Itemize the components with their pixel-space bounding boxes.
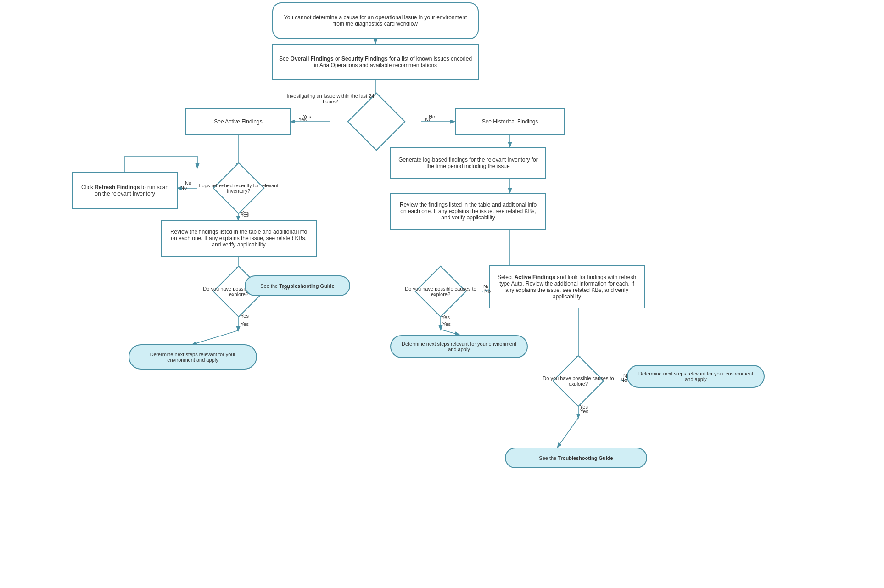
generate-log-node: Generate log-based findings for the rele… [390, 147, 546, 179]
yes-causes-hist-label: Yes [442, 321, 451, 327]
troubleshooting-left-node: See the Troubleshooting Guide [245, 275, 350, 296]
active-findings-text: See Active Findings [214, 118, 262, 125]
possible-causes-right-text: Do you have possible causes to explore? [537, 375, 620, 386]
start-text: You cannot determine a cause for an oper… [279, 14, 472, 27]
determine-left-text: Determine next steps relevant for your e… [137, 352, 249, 363]
active-findings-node: See Active Findings [185, 108, 291, 135]
overall-findings-node: See Overall Findings or Security Finding… [272, 44, 479, 80]
no-label-investigating: No [425, 117, 431, 122]
yes-label-logs: Yes [241, 210, 249, 216]
click-refresh-node: Click Refresh Findings to run scan on th… [72, 172, 178, 209]
determine-hist-node: Determine next steps relevant for your e… [390, 335, 528, 358]
no-label-causes-hist: No [484, 288, 491, 294]
no-label-logs: No [180, 185, 187, 190]
determine-hist-text: Determine next steps relevant for your e… [398, 341, 520, 352]
no-label-causes-left: No [282, 286, 289, 291]
troubleshooting-right-text: See the Troubleshooting Guide [539, 455, 613, 461]
review-active-text: Review the findings listed in the table … [167, 229, 310, 248]
possible-causes-right-diamond: Do you have possible causes to explore? [537, 360, 620, 402]
select-active-text: Select Active Findings and look for find… [495, 274, 638, 300]
logs-refreshed-diamond: Logs refreshed recently for relevant inv… [197, 168, 280, 209]
svg-line-20 [558, 418, 578, 447]
yes-label-causes-hist: Yes [442, 314, 450, 320]
determine-left-node: Determine next steps relevant for your e… [129, 344, 257, 370]
generate-log-text: Generate log-based findings for the rele… [397, 157, 540, 169]
logs-refreshed-text: Logs refreshed recently for relevant inv… [197, 183, 280, 194]
determine-right-node: Determine next steps relevant for your e… [627, 365, 765, 388]
no-label-causes-right: No [621, 377, 627, 383]
historical-findings-node: See Historical Findings [455, 108, 565, 135]
svg-line-10 [193, 330, 238, 344]
overall-findings-text: See Overall Findings or Security Finding… [279, 56, 472, 68]
yes-label-causes-left: Yes [241, 313, 249, 319]
review-historical-text: Review the findings listed in the table … [397, 202, 540, 221]
troubleshooting-right-node: See the Troubleshooting Guide [505, 448, 647, 468]
click-refresh-text: Click Refresh Findings to run scan on th… [78, 184, 171, 197]
determine-right-text: Determine next steps relevant for your e… [635, 371, 756, 382]
possible-causes-hist-text: Do you have possible causes to explore? [399, 286, 482, 297]
historical-findings-text: See Historical Findings [482, 118, 538, 125]
review-historical-node: Review the findings listed in the table … [390, 193, 546, 230]
investigating-text: Investigating an issue within the last 2… [285, 93, 376, 104]
yes-causes-left-label: Yes [241, 321, 249, 327]
select-active-node: Select Active Findings and look for find… [489, 265, 645, 308]
yes-label-investigating: Yes [298, 117, 307, 122]
investigating-diamond: Investigating an issue within the last 2… [330, 99, 422, 145]
start-node: You cannot determine a cause for an oper… [272, 2, 479, 39]
possible-causes-hist-diamond: Do you have possible causes to explore? [399, 271, 482, 312]
troubleshooting-left-text: See the Troubleshooting Guide [260, 283, 334, 289]
review-active-node: Review the findings listed in the table … [161, 220, 317, 257]
flowchart: Yes No No Yes No Yes No [0, 0, 884, 588]
svg-line-16 [441, 330, 459, 335]
yes-label-causes-right: Yes [580, 404, 588, 409]
